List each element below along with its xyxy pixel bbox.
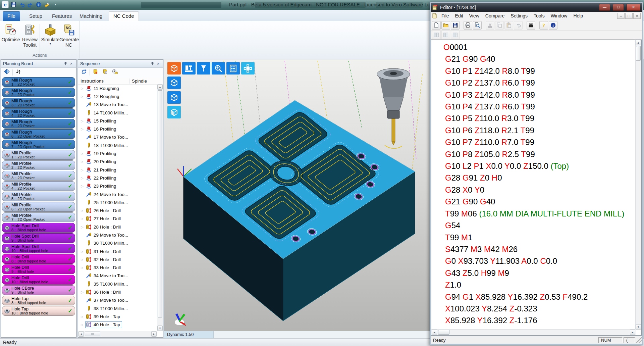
expander-icon[interactable]: ▷ — [81, 217, 85, 220]
viewport-button-stock-cube[interactable] — [167, 62, 181, 75]
expander-icon[interactable]: ▷ — [81, 250, 85, 253]
planning-item[interactable]: Mill Rough1 : 2D Pocket✓ — [2, 77, 75, 87]
edgecam-logo-icon[interactable]: e — [2, 1, 9, 8]
print-button[interactable] — [464, 21, 472, 30]
close-icon[interactable]: × — [68, 61, 74, 66]
sequence-item[interactable]: ▷23 Profiling — [78, 182, 157, 190]
planning-item[interactable]: Mill Profile2 : 2D Pocket✓ — [2, 160, 75, 170]
panel-splitter[interactable] — [76, 59, 78, 338]
action-button-review[interactable]: ReviewToolkit — [20, 23, 39, 48]
tab-setup[interactable]: Setup — [25, 11, 47, 21]
refresh-icon[interactable] — [81, 69, 87, 76]
tab-nc-code[interactable]: NC Code — [109, 11, 139, 21]
redo-icon[interactable] — [27, 1, 34, 8]
panel-splitter[interactable] — [163, 59, 164, 338]
graphics-viewport[interactable]: Dynamic 1.50 — [164, 59, 430, 338]
sequence-vscrollbar[interactable]: ▲ ▼ — [157, 84, 163, 331]
sequence-item[interactable]: 29 Move to Too... — [78, 231, 157, 239]
scroll-down-arrow[interactable]: ▼ — [636, 324, 641, 330]
editor-vscrollbar[interactable]: ▲ ▼ — [635, 40, 641, 330]
planning-item[interactable]: Mill Rough6 : 2D Open Pocket✓ — [2, 129, 75, 139]
sort-arrows-icon[interactable] — [15, 69, 21, 76]
sequence-item[interactable]: ▷32 Hole : Drill — [78, 255, 157, 263]
column-spindle[interactable]: Spindle — [129, 79, 157, 84]
planning-item[interactable]: Mill Rough3 : 2D Pocket✓ — [2, 98, 75, 108]
sequence-item[interactable]: 13 Move to Too... — [78, 101, 157, 109]
planning-item[interactable]: Mill Profile4 : 2D Pocket✓ — [2, 181, 75, 191]
planning-item[interactable]: Mill Profile1 : 2D Pocket✓ — [2, 150, 75, 160]
save-button[interactable] — [451, 21, 460, 30]
viewport-button-cube-shaded[interactable] — [167, 106, 181, 118]
viewport-button-list[interactable] — [226, 62, 240, 75]
expander-icon[interactable]: ▷ — [81, 160, 85, 163]
expander-icon[interactable]: ▷ — [81, 225, 85, 229]
menu-window[interactable]: Window — [548, 13, 571, 18]
planning-item[interactable]: Hole Spot Drill10 : Blind tapped hole✓ — [2, 244, 75, 253]
viewport-button-cube-solid[interactable] — [167, 91, 181, 104]
planning-item[interactable]: Mill Profile5 : 2D Pocket✓ — [2, 192, 75, 201]
planning-item[interactable]: Hole Spot Drill9 : Blind hole✓ — [2, 233, 75, 243]
sequence-item[interactable]: ▷31 Hole : Drill — [78, 247, 157, 255]
expander-icon[interactable]: ▷ — [81, 290, 85, 294]
sequence-item[interactable]: ▷40 Hole : Tap — [78, 321, 157, 329]
sequence-item[interactable]: 34 Move to Too... — [78, 272, 157, 280]
sequence-item[interactable]: 25 T1000 Millin... — [78, 198, 157, 206]
scroll-thumb[interactable] — [636, 46, 641, 61]
save-icon[interactable] — [10, 1, 17, 8]
expander-icon[interactable]: ▷ — [81, 209, 85, 212]
mdi-minimize-button[interactable]: – — [617, 13, 625, 19]
viewport-button-zoom[interactable] — [212, 62, 225, 75]
planning-item[interactable]: Hole Drill10 : Blind tapped hole✓ — [2, 275, 75, 285]
scroll-thumb[interactable] — [85, 332, 100, 336]
expander-icon[interactable]: ▷ — [81, 127, 85, 131]
scroll-thumb[interactable] — [158, 90, 162, 317]
menu-settings[interactable]: Settings — [507, 13, 531, 18]
editor-titlebar[interactable]: Editor - [1234.nc] — □ ✕ — [431, 3, 642, 12]
code-editor-area[interactable]: O0001G21 G90 G40G10 P1 Z142.0 R8.0 T99G1… — [431, 40, 642, 336]
sequence-item[interactable]: ▷22 Profiling — [78, 174, 157, 182]
new-button[interactable] — [432, 21, 441, 30]
expander-icon[interactable]: ▷ — [81, 119, 85, 123]
machine-time-icon[interactable] — [112, 69, 118, 76]
scroll-down-arrow[interactable]: ▼ — [157, 326, 163, 331]
tab-file[interactable]: File — [3, 11, 20, 21]
info-icon[interactable]: i — [35, 1, 42, 8]
expander-icon[interactable]: ▷ — [81, 258, 85, 261]
maximize-button[interactable]: □ — [613, 4, 624, 11]
viewport-button-grid[interactable] — [241, 62, 255, 75]
menu-help[interactable]: Help — [570, 13, 586, 18]
sequence-item[interactable]: 17 Move to Too... — [78, 133, 157, 141]
scroll-up-arrow[interactable]: ▲ — [157, 84, 163, 90]
sequence-item[interactable]: ▷27 Hole : Drill — [78, 215, 157, 223]
preview-button[interactable] — [473, 21, 482, 30]
sequence-item[interactable]: ▷39 Hole : Tap — [78, 312, 157, 320]
expander-icon[interactable]: ▷ — [81, 315, 85, 318]
planning-item[interactable]: Hole Drill9 : Blind hole✓ — [2, 264, 75, 274]
scroll-star-icon[interactable] — [93, 69, 98, 76]
expander-icon[interactable]: ▷ — [81, 168, 85, 172]
mdi-restore-button[interactable]: □ — [625, 13, 633, 19]
mdi-close-button[interactable]: × — [633, 13, 641, 19]
sequence-item[interactable]: ▷21 Profiling — [78, 166, 157, 174]
sequence-item[interactable]: 35 T1000 Millin... — [78, 280, 157, 288]
scroll-up-arrow[interactable]: ▲ — [636, 40, 641, 45]
feature-diamond-icon[interactable] — [4, 69, 10, 76]
pin-icon[interactable] — [150, 62, 155, 65]
menu-edit[interactable]: Edit — [452, 13, 466, 18]
planning-item[interactable]: Mill Rough7 : 2D Open Pocket✓ — [2, 140, 75, 149]
menu-view[interactable]: View — [466, 13, 482, 18]
expander-icon[interactable]: ▷ — [81, 95, 85, 98]
planning-item[interactable]: Mill Profile6 : 2D Open Pocket✓ — [2, 202, 75, 212]
action-button-simulate[interactable]: Simulate▼ — [41, 23, 60, 46]
tab-machining[interactable]: Machining — [75, 11, 107, 21]
sequence-item[interactable]: 18 T1000 Millin... — [78, 141, 157, 149]
scroll-right-arrow[interactable]: ► — [151, 331, 157, 337]
sequence-item[interactable]: ▷33 Hole : Drill — [78, 264, 157, 272]
qat-dropdown-caret-icon[interactable]: ▾ — [52, 1, 59, 8]
scroll-doc-icon[interactable] — [102, 69, 108, 76]
sequence-item[interactable]: ▷28 Hole : Drill — [78, 223, 157, 231]
planning-item[interactable]: Hole Tap10 : Blind tapped hole✓ — [2, 306, 75, 316]
action-button-generate[interactable]: NCGenerateNC — [59, 23, 78, 48]
expander-icon[interactable]: ▷ — [81, 184, 85, 188]
sequence-item[interactable]: ▷20 Profiling — [78, 158, 157, 166]
